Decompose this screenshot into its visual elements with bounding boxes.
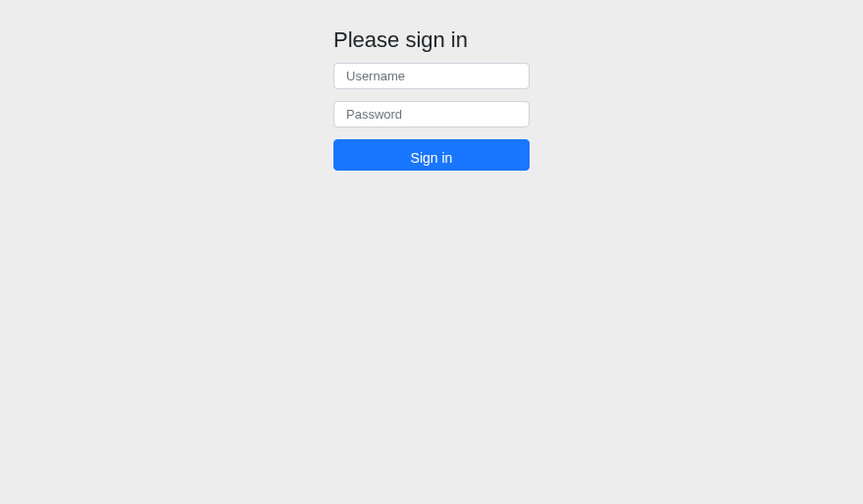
login-form: Please sign in Sign in bbox=[333, 0, 530, 171]
username-input[interactable] bbox=[333, 63, 530, 89]
signin-button[interactable]: Sign in bbox=[333, 139, 530, 171]
password-input[interactable] bbox=[333, 101, 530, 127]
login-heading: Please sign in bbox=[333, 27, 530, 53]
